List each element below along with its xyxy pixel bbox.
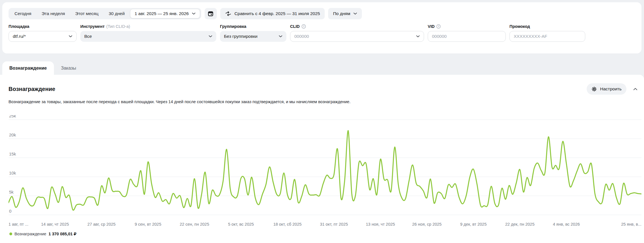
- filter-grouping: Группировка Без группировки: [220, 24, 286, 42]
- promocode-input[interactable]: [509, 31, 585, 42]
- svg-text:25 янв, в...: 25 янв, в...: [621, 222, 641, 227]
- platform-value: dtf.ru/*: [13, 34, 26, 39]
- help-icon[interactable]: ?: [436, 24, 441, 29]
- filter-vid: VID ?: [428, 24, 506, 42]
- tab-reward[interactable]: Вознаграждение: [2, 61, 54, 75]
- svg-text:25k: 25k: [9, 115, 16, 118]
- legend-series-label: Вознаграждение: [14, 232, 46, 236]
- filters-panel: Сегодня Эта неделя Этот месяц 30 дней 1 …: [2, 2, 641, 53]
- svg-text:20k: 20k: [9, 132, 16, 137]
- date-preset-segmented-control: Сегодня Эта неделя Этот месяц 30 дней 1 …: [9, 8, 201, 19]
- chevron-down-icon: [353, 13, 357, 15]
- grouping-value: Без группировки: [224, 34, 257, 39]
- legend-total-value: 1 370 085,01 ₽: [49, 232, 76, 236]
- granularity-value: По дням: [333, 11, 350, 16]
- chevron-down-icon: [192, 13, 196, 15]
- svg-text:?: ?: [303, 25, 305, 28]
- svg-text:13 ноя, чт 2025: 13 ноя, чт 2025: [366, 222, 395, 227]
- filter-instrument: Инструмент (Тип CLID-а) Все: [80, 24, 216, 42]
- date-range-selector[interactable]: 1 авг. 2025 — 25 янв. 2026: [130, 9, 200, 18]
- clid-label: CLID ?: [290, 24, 424, 29]
- compare-arrows-icon: [225, 11, 231, 16]
- preset-this-month-button[interactable]: Этот месяц: [70, 8, 104, 19]
- section-header: Вознаграждение Настроить: [9, 83, 644, 95]
- reward-chart-svg: 25k20k15k10k5k01 авг, пт ...14 авг, чт 2…: [9, 115, 641, 229]
- svg-text:26 ноя, ср 2025: 26 ноя, ср 2025: [412, 222, 442, 227]
- preset-today-button[interactable]: Сегодня: [9, 8, 36, 19]
- svg-text:9 сен, вт 2025: 9 сен, вт 2025: [135, 222, 161, 227]
- svg-text:10k: 10k: [9, 171, 16, 175]
- grouping-label: Группировка: [220, 24, 286, 29]
- instrument-label-hint: (Тип CLID-а): [106, 24, 130, 29]
- svg-text:31 окт, пт 2025: 31 окт, пт 2025: [320, 222, 348, 227]
- grouping-select[interactable]: Без группировки: [220, 31, 286, 42]
- section-description: Вознаграждение за товары, заказанные пос…: [9, 99, 644, 104]
- configure-label: Настроить: [600, 86, 622, 92]
- platform-select[interactable]: dtf.ru/*: [9, 31, 77, 42]
- chart-legend: Вознаграждение 1 370 085,01 ₽: [9, 232, 644, 236]
- preset-30-days-button[interactable]: 30 дней: [104, 8, 130, 19]
- configure-button[interactable]: Настроить: [587, 83, 626, 95]
- tab-orders[interactable]: Заказы: [54, 61, 83, 75]
- svg-text:18 окт, сб 2025: 18 окт, сб 2025: [273, 222, 302, 227]
- compare-button[interactable]: Сравнить с 4 февр. 2025 — 31 июля 2025: [220, 8, 325, 19]
- affiliate-stats-page: Сегодня Эта неделя Этот месяц 30 дней 1 …: [0, 0, 644, 243]
- svg-text:15k: 15k: [9, 151, 16, 156]
- svg-text:14 авг, чт 2025: 14 авг, чт 2025: [41, 222, 69, 227]
- svg-text:9 дек, вт 2025: 9 дек, вт 2025: [460, 222, 486, 227]
- promocode-label: Промокод: [509, 24, 585, 29]
- svg-text:?: ?: [438, 25, 439, 28]
- granularity-select[interactable]: По дням: [328, 8, 362, 19]
- svg-text:22 сен, пн 2025: 22 сен, пн 2025: [180, 222, 209, 227]
- filter-promocode: Промокод: [509, 24, 585, 42]
- vid-label: VID ?: [428, 24, 506, 29]
- chevron-down-icon: [209, 35, 212, 38]
- svg-text:4 янв, вс 2026: 4 янв, вс 2026: [553, 222, 580, 227]
- clid-placeholder: 000000: [294, 34, 309, 39]
- filter-clid: CLID ? 000000: [290, 24, 424, 42]
- compare-label: Сравнить с 4 февр. 2025 — 31 июля 2025: [234, 11, 320, 16]
- svg-text:27 авг, ср 2025: 27 авг, ср 2025: [87, 222, 116, 227]
- report-tabs: Вознаграждение Заказы: [2, 59, 83, 75]
- svg-text:5k: 5k: [9, 190, 14, 194]
- calendar-icon: [208, 11, 213, 16]
- clid-combobox[interactable]: 000000: [290, 31, 424, 42]
- filters-row: Площадка dtf.ru/* Инструмент (Тип CLID-а…: [9, 24, 635, 42]
- vid-input[interactable]: [428, 31, 506, 42]
- help-icon[interactable]: ?: [301, 24, 306, 29]
- section-header-actions: Настроить: [587, 83, 639, 95]
- chevron-up-icon: [633, 88, 637, 90]
- section-title: Вознаграждение: [9, 86, 55, 92]
- instrument-select[interactable]: Все: [80, 31, 216, 42]
- svg-text:5 окт, вс 2025: 5 окт, вс 2025: [228, 222, 254, 227]
- reward-section: Вознаграждение Настроить: [0, 75, 644, 243]
- collapse-section-button[interactable]: [632, 86, 639, 92]
- svg-text:0: 0: [9, 209, 11, 213]
- chevron-down-icon: [416, 35, 420, 38]
- platform-label: Площадка: [9, 24, 77, 29]
- gear-icon: [591, 86, 597, 92]
- reward-chart: 25k20k15k10k5k01 авг, пт ...14 авг, чт 2…: [9, 115, 641, 229]
- chevron-down-icon: [69, 35, 72, 38]
- date-toolbar: Сегодня Эта неделя Этот месяц 30 дней 1 …: [9, 8, 635, 19]
- preset-this-week-button[interactable]: Эта неделя: [36, 8, 70, 19]
- svg-text:22 дек, пн 2025: 22 дек, пн 2025: [505, 222, 534, 227]
- chevron-down-icon: [279, 35, 282, 38]
- date-range-value: 1 авг. 2025 — 25 янв. 2026: [135, 11, 189, 16]
- instrument-label: Инструмент (Тип CLID-а): [80, 24, 216, 29]
- filter-platform: Площадка dtf.ru/*: [9, 24, 77, 42]
- calendar-button[interactable]: [205, 8, 217, 19]
- instrument-value: Все: [84, 34, 92, 39]
- legend-dot-icon: [9, 232, 12, 235]
- svg-text:1 авг, пт ...: 1 авг, пт ...: [9, 222, 28, 227]
